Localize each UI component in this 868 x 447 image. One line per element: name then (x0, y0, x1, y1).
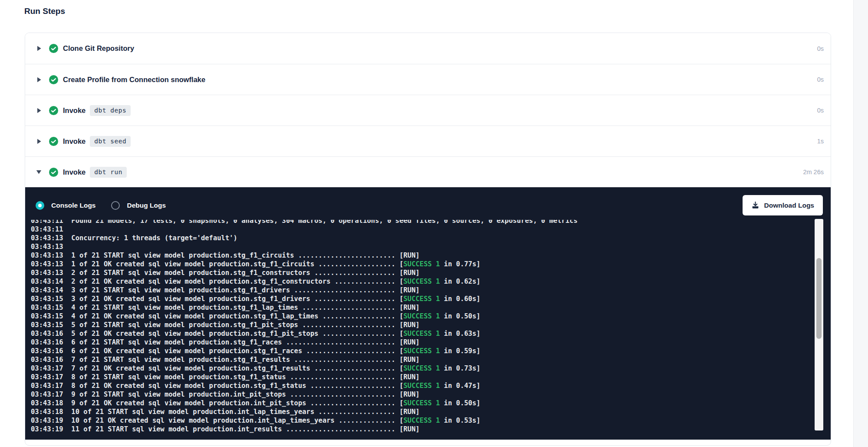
step-row[interactable]: Invokedbt deps0s (25, 95, 831, 126)
log-success-text: SUCCESS 1 (404, 260, 440, 268)
step-label: Invoke (63, 168, 85, 176)
caret-down-icon[interactable] (36, 170, 42, 175)
step-duration: 0s (817, 107, 824, 114)
step-row[interactable]: Clone Git Repository0s (25, 33, 831, 64)
log-line: 03:43:17 8 of 21 START sql view model pr… (31, 373, 831, 381)
log-success-text: SUCCESS 1 (404, 382, 440, 390)
log-line: 03:43:17 7 of 21 OK created sql view mod… (31, 364, 831, 373)
step-label: Invoke (63, 137, 85, 146)
log-line: 03:43:11 (31, 225, 831, 234)
download-icon (751, 201, 760, 209)
log-line: 03:43:13 1 of 21 OK created sql view mod… (31, 260, 831, 268)
radio-selected-icon[interactable] (36, 201, 44, 210)
log-success-text: SUCCESS 1 (404, 364, 440, 372)
log-success-text: SUCCESS 1 (404, 347, 440, 355)
caret-right-icon[interactable] (36, 108, 42, 113)
log-line: 03:43:16 7 of 21 START sql view model pr… (31, 355, 831, 364)
log-panel: Console LogsDebug Logs Download Logs 03:… (25, 187, 831, 440)
log-scrollbar[interactable] (815, 219, 823, 430)
success-check-icon (49, 137, 58, 146)
log-line: 03:43:18 9 of 21 OK created sql view mod… (31, 399, 831, 407)
console-logs-radio[interactable]: Console Logs (36, 201, 95, 210)
radio-label: Debug Logs (127, 202, 166, 209)
step-label: Clone Git Repository (63, 44, 134, 53)
log-line: 03:43:16 5 of 21 OK created sql view mod… (31, 329, 831, 338)
log-line: 03:43:14 3 of 21 START sql view model pr… (31, 286, 831, 295)
log-success-text: SUCCESS 1 (404, 295, 440, 303)
step-row[interactable]: Create Profile from Connection snowflake… (25, 64, 831, 95)
step-command-badge: dbt run (90, 167, 127, 178)
log-output[interactable]: 03:43:11 Found 21 models, 17 tests, 0 sn… (25, 220, 831, 440)
success-check-icon (49, 168, 58, 177)
log-line: 03:43:15 4 of 21 OK created sql view mod… (31, 312, 831, 321)
caret-right-icon[interactable] (36, 139, 42, 144)
step-duration: 0s (817, 76, 824, 83)
log-success-text: SUCCESS 1 (404, 330, 440, 338)
log-success-text: SUCCESS 1 (404, 278, 440, 285)
caret-right-icon[interactable] (36, 46, 42, 51)
log-scrollbar-thumb[interactable] (816, 258, 822, 339)
step-command-badge: dbt seed (90, 136, 131, 147)
log-lines: 03:43:11 Found 21 models, 17 tests, 0 sn… (31, 220, 831, 434)
step-list: Clone Git Repository0sCreate Profile fro… (25, 33, 831, 187)
log-line: 03:43:17 9 of 21 START sql view model pr… (31, 390, 831, 399)
page: Run Steps Clone Git Repository0sCreate P… (0, 0, 868, 447)
radio-label: Console Logs (51, 202, 95, 209)
step-duration: 2m 26s (803, 169, 824, 175)
log-line: 03:43:14 2 of 21 OK created sql view mod… (31, 277, 831, 286)
log-line: 03:43:13 2 of 21 START sql view model pr… (31, 268, 831, 277)
success-check-icon (49, 75, 58, 84)
page-gutter (853, 0, 868, 447)
log-success-text: SUCCESS 1 (404, 417, 440, 424)
log-success-text: SUCCESS 1 (404, 312, 440, 320)
log-line: 03:43:19 11 of 21 START sql view model p… (31, 425, 831, 434)
run-steps-card: Clone Git Repository0sCreate Profile fro… (25, 33, 831, 446)
radio-unselected-icon[interactable] (111, 201, 120, 210)
step-row[interactable]: Invokedbt seed1s (25, 126, 831, 156)
log-line: 03:43:18 10 of 21 START sql view model p… (31, 407, 831, 416)
log-line: 03:43:13 1 of 21 START sql view model pr… (31, 251, 831, 260)
log-line: 03:43:15 4 of 21 START sql view model pr… (31, 303, 831, 312)
log-line: 03:43:13 (31, 242, 831, 251)
log-line: 03:43:19 10 of 21 OK created sql view mo… (31, 416, 831, 425)
download-logs-label: Download Logs (764, 202, 814, 209)
log-panel-header: Console LogsDebug Logs Download Logs (25, 187, 831, 220)
download-logs-button[interactable]: Download Logs (743, 195, 823, 215)
caret-right-icon[interactable] (36, 77, 42, 83)
log-line: 03:43:15 5 of 21 START sql view model pr… (31, 321, 831, 329)
step-command-badge: dbt deps (90, 105, 131, 116)
step-duration: 0s (817, 45, 824, 52)
log-line: 03:43:16 6 of 21 START sql view model pr… (31, 338, 831, 347)
step-label: Create Profile from Connection snowflake (63, 76, 205, 84)
log-line: 03:43:13 Concurrency: 1 threads (target=… (31, 234, 831, 242)
log-line: 03:43:11 Found 21 models, 17 tests, 0 sn… (31, 220, 831, 225)
log-line: 03:43:17 8 of 21 OK created sql view mod… (31, 381, 831, 390)
step-duration: 1s (817, 138, 824, 145)
debug-logs-radio[interactable]: Debug Logs (111, 201, 166, 210)
log-type-radio-group: Console LogsDebug Logs (36, 201, 166, 210)
step-label: Invoke (63, 106, 85, 115)
step-row[interactable]: Invokedbt run2m 26s (25, 156, 831, 187)
page-title: Run Steps (24, 7, 65, 16)
success-check-icon (49, 44, 58, 53)
log-success-text: SUCCESS 1 (404, 399, 440, 407)
log-line: 03:43:16 6 of 21 OK created sql view mod… (31, 347, 831, 355)
log-line: 03:43:15 3 of 21 OK created sql view mod… (31, 295, 831, 303)
success-check-icon (49, 106, 58, 115)
